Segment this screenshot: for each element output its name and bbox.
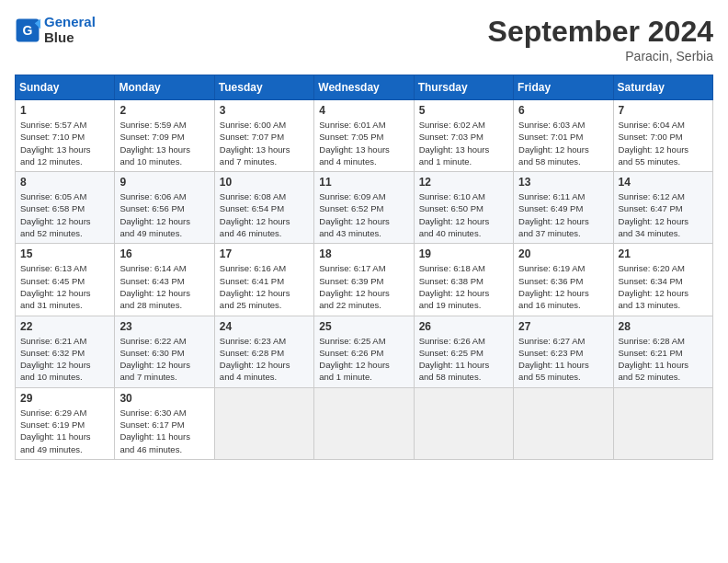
day-number: 19 [419,247,508,260]
day-number: 13 [518,176,608,189]
calendar-cell: 4Sunrise: 6:01 AM Sunset: 7:05 PM Daylig… [314,100,414,172]
day-info: Sunrise: 6:00 AM Sunset: 7:07 PM Dayligh… [220,119,309,167]
day-info: Sunrise: 6:23 AM Sunset: 6:28 PM Dayligh… [220,335,309,384]
calendar-week-5: 29Sunrise: 6:29 AM Sunset: 6:19 PM Dayli… [16,387,713,459]
day-info: Sunrise: 6:05 AM Sunset: 6:58 PM Dayligh… [20,190,109,239]
day-info: Sunrise: 6:02 AM Sunset: 7:03 PM Dayligh… [419,119,508,167]
calendar-cell: 25Sunrise: 6:25 AM Sunset: 6:26 PM Dayli… [314,316,414,387]
day-number: 21 [619,247,708,260]
calendar-cell: 28Sunrise: 6:28 AM Sunset: 6:21 PM Dayli… [613,316,712,387]
day-number: 9 [119,176,209,189]
calendar-cell: 12Sunrise: 6:10 AM Sunset: 6:50 PM Dayli… [414,172,513,244]
logo-subtext: Blue [44,30,96,46]
calendar-cell: 6Sunrise: 6:03 AM Sunset: 7:01 PM Daylig… [514,100,613,172]
calendar-cell: 24Sunrise: 6:23 AM Sunset: 6:28 PM Dayli… [214,316,313,387]
day-number: 2 [119,104,209,117]
weekday-header-thursday: Thursday [414,75,513,100]
calendar-cell: 29Sunrise: 6:29 AM Sunset: 6:19 PM Dayli… [16,387,115,459]
day-info: Sunrise: 6:14 AM Sunset: 6:43 PM Dayligh… [119,262,209,311]
day-info: Sunrise: 6:20 AM Sunset: 6:34 PM Dayligh… [619,262,708,311]
day-info: Sunrise: 5:59 AM Sunset: 7:09 PM Dayligh… [119,119,209,167]
day-info: Sunrise: 6:04 AM Sunset: 7:00 PM Dayligh… [619,119,708,167]
calendar-cell: 20Sunrise: 6:19 AM Sunset: 6:36 PM Dayli… [514,244,613,316]
day-number: 11 [319,176,408,189]
calendar-cell: 10Sunrise: 6:08 AM Sunset: 6:54 PM Dayli… [214,172,313,244]
calendar-cell [514,387,613,459]
weekday-header-tuesday: Tuesday [214,75,313,100]
calendar-cell [613,387,712,459]
calendar-cell [414,387,513,459]
day-info: Sunrise: 6:19 AM Sunset: 6:36 PM Dayligh… [518,262,608,311]
calendar-week-2: 8Sunrise: 6:05 AM Sunset: 6:58 PM Daylig… [16,172,713,244]
calendar-cell: 5Sunrise: 6:02 AM Sunset: 7:03 PM Daylig… [414,100,513,172]
calendar-cell [214,387,313,459]
calendar-cell: 11Sunrise: 6:09 AM Sunset: 6:52 PM Dayli… [314,172,414,244]
day-info: Sunrise: 6:08 AM Sunset: 6:54 PM Dayligh… [220,190,309,239]
calendar-cell: 14Sunrise: 6:12 AM Sunset: 6:47 PM Dayli… [613,172,712,244]
day-info: Sunrise: 6:01 AM Sunset: 7:05 PM Dayligh… [319,119,408,167]
day-number: 18 [319,247,408,260]
calendar-cell: 22Sunrise: 6:21 AM Sunset: 6:32 PM Dayli… [16,316,115,387]
calendar-cell: 13Sunrise: 6:11 AM Sunset: 6:49 PM Dayli… [514,172,613,244]
calendar-table: SundayMondayTuesdayWednesdayThursdayFrid… [15,75,713,460]
calendar-cell: 27Sunrise: 6:27 AM Sunset: 6:23 PM Dayli… [514,316,613,387]
calendar-cell: 3Sunrise: 6:00 AM Sunset: 7:07 PM Daylig… [214,100,313,172]
calendar-cell: 26Sunrise: 6:26 AM Sunset: 6:25 PM Dayli… [414,316,513,387]
day-number: 10 [220,176,309,189]
day-info: Sunrise: 6:16 AM Sunset: 6:41 PM Dayligh… [220,262,309,311]
title-area: September 2024 Paracin, Serbia [488,15,713,63]
day-number: 6 [518,104,608,117]
day-number: 7 [619,104,708,117]
day-number: 8 [20,176,109,189]
day-number: 22 [20,320,109,333]
day-number: 5 [419,104,508,117]
calendar-week-3: 15Sunrise: 6:13 AM Sunset: 6:45 PM Dayli… [16,244,713,316]
day-info: Sunrise: 6:03 AM Sunset: 7:01 PM Dayligh… [518,119,608,167]
day-info: Sunrise: 6:10 AM Sunset: 6:50 PM Dayligh… [419,190,508,239]
calendar-cell: 23Sunrise: 6:22 AM Sunset: 6:30 PM Dayli… [115,316,214,387]
day-info: Sunrise: 5:57 AM Sunset: 7:10 PM Dayligh… [20,119,109,167]
calendar-cell: 9Sunrise: 6:06 AM Sunset: 6:56 PM Daylig… [115,172,214,244]
location-subtitle: Paracin, Serbia [488,49,713,63]
day-number: 12 [419,176,508,189]
day-info: Sunrise: 6:06 AM Sunset: 6:56 PM Dayligh… [119,190,209,239]
weekday-header-monday: Monday [115,75,214,100]
calendar-cell: 7Sunrise: 6:04 AM Sunset: 7:00 PM Daylig… [613,100,712,172]
day-number: 4 [319,104,408,117]
calendar-cell [314,387,414,459]
day-number: 28 [619,320,708,333]
day-info: Sunrise: 6:21 AM Sunset: 6:32 PM Dayligh… [20,335,109,384]
calendar-cell: 30Sunrise: 6:30 AM Sunset: 6:17 PM Dayli… [115,387,214,459]
month-title: September 2024 [488,15,713,49]
weekday-header-saturday: Saturday [613,75,712,100]
day-number: 29 [20,392,109,405]
day-info: Sunrise: 6:22 AM Sunset: 6:30 PM Dayligh… [119,335,209,384]
day-number: 26 [419,320,508,333]
weekday-header-sunday: Sunday [16,75,115,100]
day-info: Sunrise: 6:17 AM Sunset: 6:39 PM Dayligh… [319,262,408,311]
logo: G General Blue [15,15,96,45]
calendar-cell: 18Sunrise: 6:17 AM Sunset: 6:39 PM Dayli… [314,244,414,316]
day-number: 16 [119,247,209,260]
page-header: G General Blue September 2024 Paracin, S… [15,15,713,63]
day-number: 27 [518,320,608,333]
calendar-cell: 21Sunrise: 6:20 AM Sunset: 6:34 PM Dayli… [613,244,712,316]
calendar-cell: 15Sunrise: 6:13 AM Sunset: 6:45 PM Dayli… [16,244,115,316]
calendar-cell: 17Sunrise: 6:16 AM Sunset: 6:41 PM Dayli… [214,244,313,316]
logo-text: General [44,15,96,30]
day-info: Sunrise: 6:11 AM Sunset: 6:49 PM Dayligh… [518,190,608,239]
day-number: 20 [518,247,608,260]
calendar-cell: 16Sunrise: 6:14 AM Sunset: 6:43 PM Dayli… [115,244,214,316]
day-info: Sunrise: 6:25 AM Sunset: 6:26 PM Dayligh… [319,335,408,384]
day-number: 23 [119,320,209,333]
day-number: 25 [319,320,408,333]
day-info: Sunrise: 6:26 AM Sunset: 6:25 PM Dayligh… [419,335,508,384]
day-info: Sunrise: 6:28 AM Sunset: 6:21 PM Dayligh… [619,335,708,384]
day-number: 1 [20,104,109,117]
day-number: 3 [220,104,309,117]
day-info: Sunrise: 6:12 AM Sunset: 6:47 PM Dayligh… [619,190,708,239]
day-info: Sunrise: 6:09 AM Sunset: 6:52 PM Dayligh… [319,190,408,239]
weekday-header-row: SundayMondayTuesdayWednesdayThursdayFrid… [16,75,713,100]
day-info: Sunrise: 6:30 AM Sunset: 6:17 PM Dayligh… [119,407,209,455]
day-info: Sunrise: 6:13 AM Sunset: 6:45 PM Dayligh… [20,262,109,311]
